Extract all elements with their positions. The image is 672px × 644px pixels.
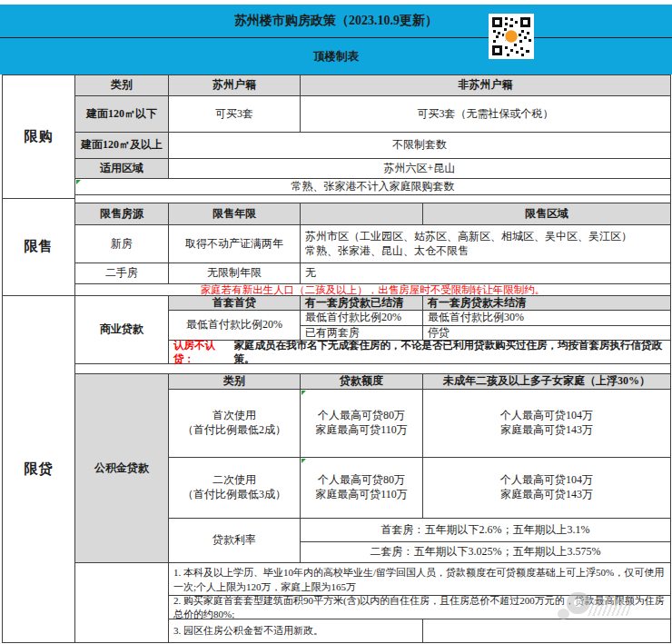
policy-sheet: 苏州楼市购房政策（2023.10.9更新） 顶楼制表 <box>0 0 672 644</box>
fund-row1-amount: 个人最高可贷80万 家庭最高可贷110万 <box>300 389 423 458</box>
table-right-border <box>670 74 671 643</box>
limit-sale-col-source: 限售房源 <box>74 203 169 225</box>
limit-purchase-row1-non-suzhou: 可买3套（无需社保或个税） <box>300 95 671 133</box>
limit-purchase-note: 常熟、张家港不计入家庭限购套数 <box>74 178 671 195</box>
qr-code <box>489 14 534 59</box>
loan-note-1: 1. 本科及以上学历、毕业10年内的高校毕业生/留学回国人员，贷款额度在可贷额度… <box>168 562 671 596</box>
limit-purchase-row2-value: 不限制套数 <box>168 132 671 159</box>
limit-sale-new-region: 苏州市区（工业园区、姑苏区、高新区、相城区、吴中区、吴江区） 常熟、张家港、昆山… <box>300 224 671 263</box>
commercial-note: 认房不认贷： 家庭成员在我市名下无成套住房的，不论是否已利用贷款购买过住房，均按… <box>168 340 671 364</box>
limit-sale-second-label: 二手房 <box>74 263 169 284</box>
commercial-col-unsettled: 有一套房贷款未结清 <box>422 295 671 311</box>
commercial-first-value: 最低首付款比例20% <box>168 310 301 341</box>
limit-purchase-col-suzhou: 苏州户籍 <box>168 74 301 96</box>
fund-col-amount: 贷款额度 <box>300 373 423 390</box>
excel-flag-icon <box>76 180 81 184</box>
title-band: 苏州楼市购房政策（2023.10.9更新） <box>0 5 672 37</box>
limit-sale-col-years: 限售年限 <box>168 203 301 225</box>
fund-col-multi-child: 未成年二孩及以上多子女家庭（上浮30%） <box>422 373 671 390</box>
limit-purchase-col-category: 类别 <box>74 74 169 96</box>
fund-row2-multi: 个人最高可贷104万 家庭最高可贷143万 <box>422 457 671 519</box>
limit-sale-new-years: 取得不动产证满两年 <box>168 224 301 263</box>
limit-sale-second-region: 无 <box>300 263 671 284</box>
limit-sale-note: 家庭若有新出生人口（二孩及以上），出售房屋时不受限制转让年限制约。 <box>74 283 671 296</box>
page-title: 苏州楼市购房政策（2023.10.9更新） <box>234 13 438 29</box>
loan-note-2: 2. 购买家庭首套套型建筑面积90平方米(含)以内的自住住房，且住房总价不超过2… <box>168 595 671 619</box>
commercial-settled-row1: 最低首付款比例20% <box>300 310 423 326</box>
commercial-note-text: 家庭成员在我市名下无成套住房的，不论是否已利用贷款购买过住房，均按首套房执行信贷… <box>233 339 666 366</box>
loan-note-3-empty-cell <box>422 619 671 643</box>
fund-rate-first: 首套房：五年期以下2.6%；五年期以上3.1% <box>300 518 671 542</box>
limit-purchase-row3-value: 苏州六区+昆山 <box>168 158 671 179</box>
excel-flag-icon <box>301 391 306 395</box>
fund-rate-second: 二套房：五年期以下3.025%；五年期以上3.575% <box>300 541 671 563</box>
limit-purchase-row1-suzhou: 可买3套 <box>168 95 301 133</box>
fund-row2-label: 二次使用 （首付比例最低3成） <box>168 457 301 519</box>
commercial-unsettled-row1: 最低首付款比例30% <box>422 310 671 326</box>
loan-note-3: 3. 园区住房公积金暂不适用新政。 <box>168 619 423 643</box>
commercial-note-highlight: 认房不认贷： <box>173 339 233 366</box>
notes-left-empty-cell <box>74 562 169 643</box>
limit-sale-second-years: 无限制年限 <box>168 263 301 284</box>
limit-purchase-col-non-suzhou: 非苏州户籍 <box>300 74 671 96</box>
sheet-subtitle: 顶楼制表 <box>313 49 359 64</box>
fund-row1-label: 首次使用 （首付比例最低2成） <box>168 389 301 458</box>
commercial-loan-label: 商业贷款 <box>74 295 169 364</box>
limit-sale-col-empty <box>300 203 423 225</box>
limit-sale-new-label: 新房 <box>74 224 169 263</box>
excel-flag-icon <box>301 459 306 463</box>
section-label-limit-loan: 限贷 <box>2 295 75 643</box>
subtitle-band: 顶楼制表 <box>0 38 672 74</box>
commercial-col-settled: 有一套房贷款已结清 <box>300 295 423 311</box>
limit-sale-col-region: 限售区域 <box>422 203 671 225</box>
fund-rate-label: 贷款利率 <box>168 518 301 563</box>
limit-purchase-row2-label: 建面120㎡及以上 <box>74 132 169 159</box>
fund-col-category: 类别 <box>168 373 301 390</box>
fund-row2-amount: 个人最高可贷80万 家庭最高可贷110万 <box>300 457 423 519</box>
qr-code-image <box>489 14 534 59</box>
limit-purchase-row1-label: 建面120㎡以下 <box>74 95 169 133</box>
section-label-limit-sale: 限售 <box>2 198 75 296</box>
fund-loan-label: 公积金贷款 <box>74 373 169 563</box>
fund-row1-multi: 个人最高可贷104万 家庭最高可贷143万 <box>422 389 671 458</box>
limit-purchase-row3-label: 适用区域 <box>74 158 169 179</box>
commercial-col-first: 首套首贷 <box>168 295 301 311</box>
section-label-limit-purchase: 限购 <box>2 74 75 199</box>
